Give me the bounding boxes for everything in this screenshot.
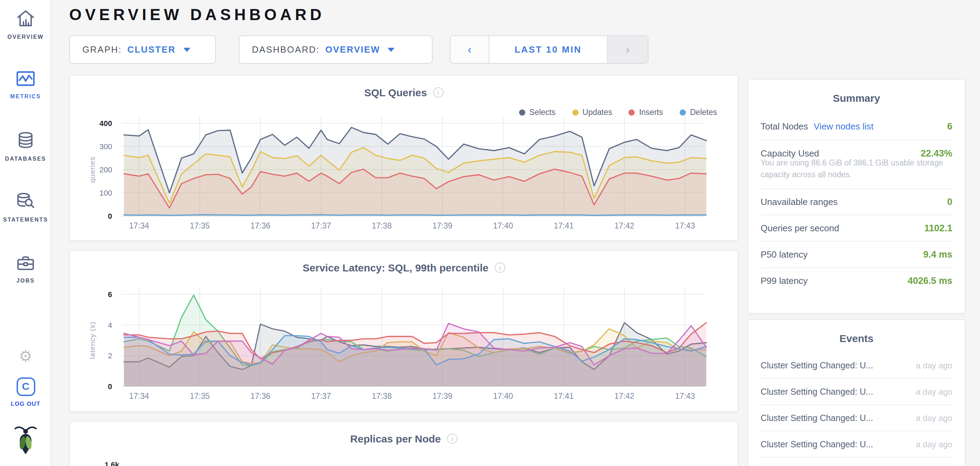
event-title: Cluster Setting Changed: U... [760, 361, 873, 370]
svg-text:17:40: 17:40 [493, 391, 513, 401]
svg-text:400: 400 [99, 119, 112, 128]
svg-text:17:36: 17:36 [251, 221, 270, 230]
svg-text:0: 0 [108, 382, 112, 391]
svg-text:17:41: 17:41 [554, 221, 574, 230]
gear-icon[interactable]: ⚙ [0, 348, 51, 365]
graph-selector[interactable]: GRAPH: CLUSTER [69, 35, 216, 64]
sql-queries-chart: 010020030040017:3417:3517:3617:3717:3817… [70, 75, 739, 242]
svg-text:17:37: 17:37 [311, 391, 331, 401]
unavailable-ranges-label: Unavailable ranges [760, 196, 838, 207]
overview-dashboard-page: OVERVIEW METRICS DATABASES [0, 0, 980, 466]
sidebar-item-overview[interactable]: OVERVIEW [0, 8, 51, 40]
svg-text:17:34: 17:34 [129, 221, 149, 230]
sidebar-item-jobs[interactable]: JOBS [0, 254, 51, 284]
controls-bar: GRAPH: CLUSTER DASHBOARD: OVERVIEW ‹ LAS… [69, 35, 649, 64]
event-row[interactable]: Cluster Setting Changed: U...a day ago [760, 353, 952, 378]
event-row[interactable]: Cluster Setting Changed: U...a day ago [760, 457, 952, 466]
briefcase-icon [15, 254, 36, 273]
sidebar-item-label: DATABASES [0, 156, 51, 162]
p99-latency-value: 4026.5 ms [908, 275, 952, 286]
qps-value: 1102.1 [924, 223, 952, 233]
svg-text:6: 6 [108, 290, 112, 299]
replicas-per-node-panel: Replicas per Nodei 1.6k [69, 421, 738, 466]
graph-selector-label: GRAPH: [82, 44, 122, 55]
events-title: Events [760, 330, 952, 353]
event-time: a day ago [916, 361, 952, 370]
summary-row-qps: Queries per second 1102.1 [760, 214, 952, 241]
svg-text:17:38: 17:38 [372, 391, 392, 401]
time-range-display[interactable]: LAST 10 MIN [488, 36, 608, 63]
event-title: Cluster Setting Changed: U... [760, 439, 873, 449]
service-latency-panel: Service Latency: SQL, 99th percentilei 0… [69, 250, 738, 412]
event-row[interactable]: Cluster Setting Changed: U...a day ago [760, 378, 952, 404]
svg-text:300: 300 [99, 142, 112, 151]
svg-text:17:42: 17:42 [614, 391, 635, 401]
info-icon[interactable]: i [447, 434, 457, 444]
svg-text:17:35: 17:35 [189, 221, 210, 230]
svg-text:17:39: 17:39 [433, 221, 453, 230]
database-icon [15, 130, 36, 151]
svg-text:17:37: 17:37 [311, 221, 331, 230]
svg-text:17:39: 17:39 [433, 391, 453, 401]
svg-text:17:36: 17:36 [251, 391, 270, 401]
svg-text:latency (s): latency (s) [88, 322, 96, 359]
time-range-selector: ‹ LAST 10 MIN › [450, 35, 649, 64]
sidebar-item-databases[interactable]: DATABASES [0, 130, 51, 162]
svg-text:17:34: 17:34 [129, 391, 149, 401]
cockroachdb-logo[interactable] [0, 424, 51, 458]
p99-latency-label: P99 latency [760, 275, 808, 286]
svg-text:17:43: 17:43 [675, 221, 695, 230]
dashboard-selector[interactable]: DASHBOARD: OVERVIEW [239, 35, 433, 64]
sidebar-item-statements[interactable]: STATEMENTS [0, 191, 51, 223]
replicas-ytick-label: 1.6k [105, 460, 119, 466]
events-list: Cluster Setting Changed: U...a day agoCl… [760, 353, 952, 466]
chevron-down-icon [388, 48, 395, 51]
svg-text:200: 200 [99, 166, 112, 174]
svg-text:17:43: 17:43 [675, 391, 695, 401]
statements-search-icon [15, 191, 36, 212]
events-panel: Events Cluster Setting Changed: U...a da… [748, 319, 966, 466]
p50-latency-value: 9.4 ms [923, 249, 952, 259]
dashboard-selector-value: OVERVIEW [325, 44, 380, 55]
svg-text:17:40: 17:40 [493, 221, 513, 230]
svg-text:2: 2 [108, 351, 112, 360]
event-row[interactable]: Cluster Setting Changed: U...a day ago [760, 431, 952, 457]
svg-text:queries: queries [88, 156, 96, 183]
total-nodes-label: Total Nodes [760, 121, 808, 132]
svg-text:17:38: 17:38 [372, 221, 392, 230]
cockroach-c-icon: C [16, 377, 35, 396]
svg-text:0: 0 [108, 212, 112, 220]
cockroach-bug-icon [11, 424, 40, 456]
svg-text:17:35: 17:35 [189, 391, 210, 401]
svg-text:4: 4 [108, 321, 112, 330]
event-time: a day ago [916, 413, 952, 423]
summary-row-total-nodes: Total NodesView nodes list 6 [760, 112, 952, 140]
unavailable-ranges-value: 0 [947, 196, 952, 207]
time-next-button[interactable]: › [608, 36, 648, 63]
p50-latency-label: P50 latency [760, 249, 808, 259]
sql-queries-panel: SQL Queriesi SelectsUpdatesInsertsDelete… [69, 75, 738, 241]
page-title: OVERVIEW DASHBOARD [69, 6, 325, 24]
event-title: Cluster Setting Changed: U... [760, 387, 873, 396]
qps-label: Queries per second [760, 223, 839, 233]
event-row[interactable]: Cluster Setting Changed: U...a day ago [760, 404, 952, 431]
metrics-chart-icon [15, 69, 36, 89]
dashboard-selector-label: DASHBOARD: [252, 44, 320, 55]
sidebar-item-label: METRICS [0, 94, 51, 100]
summary-title: Summary [760, 89, 952, 112]
event-title: Cluster Setting Changed: U... [760, 413, 873, 423]
sidebar: OVERVIEW METRICS DATABASES [0, 0, 51, 466]
time-prev-button[interactable]: ‹ [450, 36, 488, 63]
summary-row-p99: P99 latency 4026.5 ms [760, 267, 952, 293]
logout-button[interactable]: C LOG OUT [0, 377, 51, 407]
summary-row-p50: P50 latency 9.4 ms [760, 241, 952, 267]
capacity-caption: You are using 86.6 GiB of 386.1 GiB usab… [760, 157, 952, 188]
svg-text:17:41: 17:41 [554, 391, 574, 401]
view-nodes-list-link[interactable]: View nodes list [813, 121, 873, 132]
summary-panel: Summary Total NodesView nodes list 6 Cap… [748, 79, 966, 314]
home-icon [15, 8, 36, 29]
sidebar-item-metrics[interactable]: METRICS [0, 69, 51, 100]
graph-selector-value: CLUSTER [127, 44, 176, 55]
logout-label: LOG OUT [0, 400, 51, 407]
sidebar-item-label: OVERVIEW [0, 34, 51, 40]
